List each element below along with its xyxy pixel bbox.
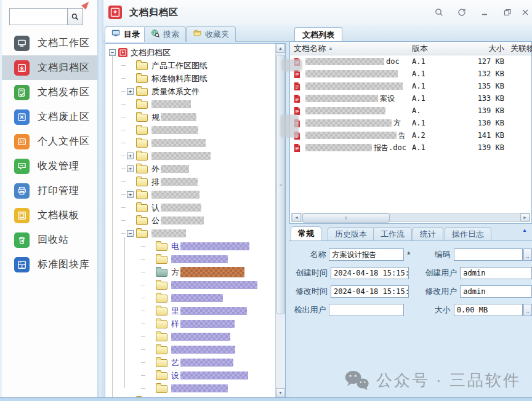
tree-node[interactable]: 规 [105,111,275,124]
restore-button[interactable] [496,4,518,21]
scroll-right-button[interactable]: ► [520,213,530,221]
folder-icon [156,295,167,303]
refresh-button[interactable] [450,4,473,21]
details-tab-统计[interactable]: 统计 [413,227,443,240]
tree-node[interactable]: +质量体系文件 [105,85,275,98]
list-horizontal-scrollbar[interactable]: ◄ ‖ ► [291,213,530,222]
tab-document-list[interactable]: 文档列表 [294,27,342,42]
tree-node[interactable] [105,279,275,292]
doc-name-fragment: 报告.doc [374,143,406,153]
more-button[interactable]: .. [523,304,532,316]
tree-connector [141,298,145,298]
table-row[interactable]: A.139 KB [290,105,531,117]
tab-favorites[interactable]: 收藏夹 [186,26,236,42]
name-input[interactable]: 方案设计报告 [329,248,404,261]
tree-node[interactable]: 公 [105,214,275,227]
sidebar-item-print[interactable]: 打印管理 [2,178,99,203]
tree-expander-plus-icon[interactable]: + [127,191,134,198]
details-tab-工作流[interactable]: 工作流 [373,227,412,240]
tree-expander-plus-icon[interactable]: + [127,88,134,95]
tree-node[interactable]: + [105,149,275,162]
doc-name-cell [305,107,412,114]
tab-search[interactable]: 搜索 [144,26,186,42]
sidebar-item-recycle[interactable]: 回收站 [2,228,99,252]
window-search-button[interactable] [427,4,450,21]
tree-node[interactable] [105,124,275,137]
tree-node[interactable] [105,343,275,356]
tree-node[interactable]: 艺 [105,356,275,369]
print-icon [14,183,30,199]
tree-node[interactable]: 里 [105,304,275,317]
scroll-up-button[interactable]: ▲ [276,44,285,53]
tree-node-selected[interactable]: 方 [105,266,275,279]
tab-catalog[interactable]: 目录 [105,26,147,42]
code-input[interactable] [454,248,523,261]
tree-node[interactable]: 电 [105,240,275,253]
tree-node[interactable] [105,98,275,111]
sidebar-item-workspace[interactable]: 文档工作区 [2,31,99,55]
tree-expander-minus-icon[interactable]: − [109,49,116,56]
tree-expander-plus-icon[interactable]: + [127,153,134,159]
size-value: 0.00 MB [457,306,488,314]
close-button[interactable] [518,4,532,21]
checkout_user-input[interactable] [329,304,404,316]
sidebar-item-sendrecv[interactable]: 收发管理 [2,154,99,178]
details-tab-操作日志[interactable]: 操作日志 [445,227,491,240]
sidebar-search-button[interactable] [67,8,83,25]
created_time-input[interactable]: 2024-04-18 15:15:14 [331,267,408,279]
tree-node[interactable]: + [105,188,275,201]
table-row[interactable]: 案设A.1133 KB [290,92,531,105]
column-header-assoc[interactable]: 关联物料 [504,43,532,54]
modified_user-input[interactable]: admin [460,285,532,298]
modified_time-input[interactable]: 2024-04-18 15:15:14 [331,285,408,298]
tree-node[interactable]: 排 [105,175,275,188]
scrollbar-thumb[interactable]: ‖ [302,213,390,223]
tree-node[interactable] [105,292,275,304]
sidebar-item-template[interactable]: 文档模板 [2,203,99,228]
tree-node[interactable] [105,253,275,266]
tree-node[interactable]: 认 [105,201,275,214]
more-button[interactable]: .. [523,248,532,261]
tree-node[interactable]: 标准物料库图纸 [105,72,275,85]
details-tab-常规[interactable]: 常规 [291,226,321,240]
main-area: 文档归档区 目录搜索收藏夹 文档列表 −文档归档区产品工作区图纸标准物料库图纸+… [103,0,532,401]
tree-expander-minus-icon[interactable]: − [127,230,134,237]
tree-node[interactable] [105,382,275,395]
sidebar-item-archive[interactable]: 文档归档区 [2,55,99,80]
sidebar-item-blocks[interactable]: 标准图块库 [2,252,99,277]
tree-node[interactable]: − [105,227,275,240]
sidebar-search-input[interactable] [9,8,67,25]
tree-node[interactable]: 样 [105,317,275,330]
doc-name-fragment: 案设 [380,93,395,104]
table-row[interactable]: A.1135 KB [290,80,531,92]
table-row[interactable]: 告A.2141 KB [290,129,531,141]
scroll-left-button[interactable]: ◄ [292,213,301,221]
tree-node[interactable]: 设 [105,369,275,382]
table-row[interactable]: 报告.docA.1139 KB [290,141,531,154]
size-input[interactable]: 0.00 MB [454,304,523,316]
column-header-name[interactable]: 文档名称 ▲ [294,43,412,54]
scroll-down-button[interactable]: ▼ [276,388,285,397]
sidebar-item-personal[interactable]: A1个人文件区 [2,129,99,154]
tree-expander-plus-icon[interactable]: + [127,165,134,172]
collapse-panel-icon[interactable]: ▲ [522,228,527,233]
table-row[interactable]: docA.1127 KB [290,55,531,68]
column-header-size[interactable]: 大小 [451,43,504,54]
table-row[interactable]: A.1132 KB [290,68,531,80]
sidebar-item-publish[interactable]: 文档发布区 [2,80,99,105]
tree-node[interactable]: + [105,395,275,397]
details-tab-历史版本[interactable]: 历史版本 [328,227,374,240]
tree-node[interactable]: 产品工作区图纸 [105,59,275,72]
created_user-input[interactable]: admin [460,267,532,279]
tree-node[interactable] [105,330,275,343]
tree-node[interactable]: +外 [105,162,275,175]
tree-node-label: 规 [151,112,159,123]
tree-vertical-scrollbar[interactable]: ▲ = ▼ [275,44,285,397]
column-header-version[interactable]: 版本 [412,43,451,54]
tree-node[interactable] [105,137,275,149]
table-row[interactable]: 方A.1130 KB [290,117,531,129]
tree-node[interactable]: −文档归档区 [105,46,275,59]
sidebar-item-revoke[interactable]: 文档废止区 [2,105,99,129]
scrollbar-thumb[interactable]: = [276,55,285,314]
minimize-button[interactable] [473,4,496,21]
